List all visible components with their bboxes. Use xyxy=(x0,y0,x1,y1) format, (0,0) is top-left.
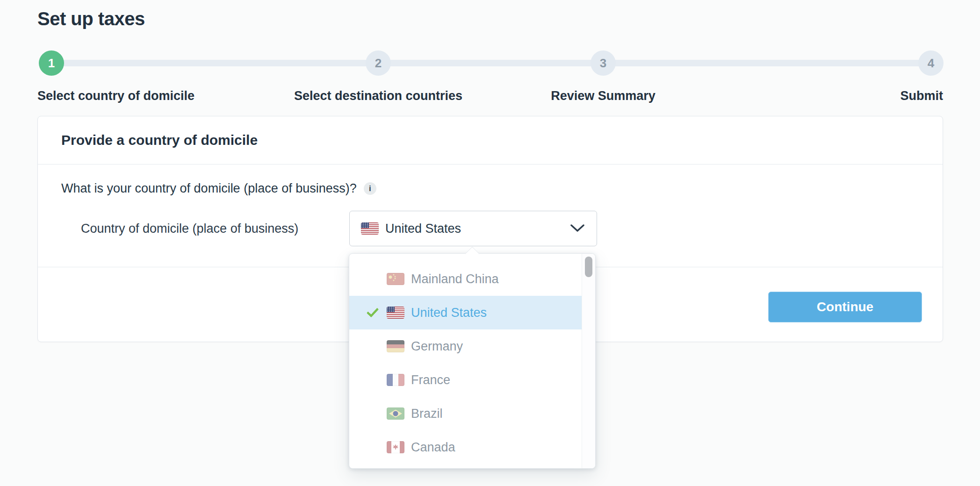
country-select[interactable]: United States xyxy=(349,211,597,246)
step-4-indicator: 4 xyxy=(918,50,944,76)
country-option-label: Brazil xyxy=(411,407,443,421)
stepper: 1 2 3 4 Select country of domicile Selec… xyxy=(0,0,980,107)
step-3-label: Review Summary xyxy=(463,89,743,103)
question-text: What is your country of domicile (place … xyxy=(61,181,357,196)
card-title: Provide a country of domicile xyxy=(61,132,258,148)
selected-country-flag-icon xyxy=(361,222,379,235)
country-option-label: United States xyxy=(411,306,487,320)
country-list: Mainland China United States Germany Fra… xyxy=(349,254,582,468)
country-option-label: France xyxy=(411,373,450,387)
flag-icon xyxy=(387,273,404,285)
card-body: What is your country of domicile (place … xyxy=(38,164,943,267)
country-dropdown: Mainland China United States Germany Fra… xyxy=(349,253,596,469)
check-icon xyxy=(366,373,380,387)
selected-country-value: United States xyxy=(385,222,461,236)
flag-icon xyxy=(387,441,404,453)
flag-icon xyxy=(387,340,404,352)
check-icon xyxy=(366,272,380,286)
flag-icon xyxy=(387,307,404,319)
dropdown-scrollbar[interactable] xyxy=(582,254,595,468)
scrollbar-thumb[interactable] xyxy=(585,257,592,277)
step-4-label: Submit xyxy=(803,89,943,103)
country-option-cn[interactable]: Mainland China xyxy=(349,262,582,296)
country-option-label: Mainland China xyxy=(411,272,499,286)
info-icon[interactable]: i xyxy=(364,182,376,195)
card-header: Provide a country of domicile xyxy=(38,116,943,164)
setup-taxes-page: Set up taxes 1 2 3 4 Select country of d… xyxy=(0,0,980,486)
step-2-indicator: 2 xyxy=(366,50,391,76)
country-option-br[interactable]: Brazil xyxy=(349,397,582,430)
step-3-indicator: 3 xyxy=(591,50,616,76)
check-icon xyxy=(366,407,380,421)
check-icon xyxy=(366,339,380,353)
country-option-fr[interactable]: France xyxy=(349,363,582,397)
flag-icon xyxy=(387,374,404,386)
continue-button[interactable]: Continue xyxy=(768,292,922,322)
stepper-track xyxy=(51,60,931,66)
step-1-indicator: 1 xyxy=(39,50,64,76)
country-option-ca[interactable]: Canada xyxy=(349,430,582,464)
check-icon xyxy=(366,440,380,454)
question-row: What is your country of domicile (place … xyxy=(61,181,376,196)
flag-icon xyxy=(387,407,404,420)
country-option-us[interactable]: United States xyxy=(349,296,582,329)
country-option-de[interactable]: Germany xyxy=(349,329,582,363)
field-label: Country of domicile (place of business) xyxy=(81,222,298,236)
chevron-down-icon xyxy=(570,224,584,233)
step-1-label: Select country of domicile xyxy=(37,89,195,103)
country-option-label: Canada xyxy=(411,440,455,455)
country-option-label: Germany xyxy=(411,339,463,354)
check-icon xyxy=(366,306,380,320)
